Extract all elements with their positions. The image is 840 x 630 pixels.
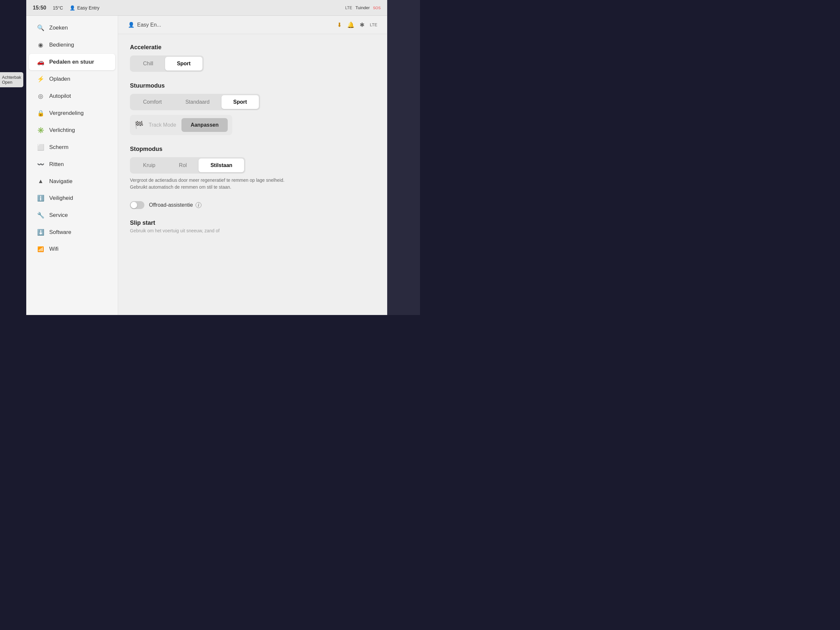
light-icon: ✳️ <box>37 127 45 134</box>
sidebar-label-service: Service <box>49 212 68 218</box>
screen-icon: ⬜ <box>37 144 45 151</box>
sidebar-item-bediening[interactable]: ◉ Bediening <box>29 37 115 53</box>
sidebar-label-opladen: Opladen <box>49 76 70 82</box>
profile-icon: 👤 <box>69 5 75 11</box>
status-bar: 15:50 15°C 👤 Easy Entry LTE Tuinder SOS <box>26 0 387 16</box>
offroad-section: Offroad-assistentie i <box>130 201 375 209</box>
offroad-label: Offroad-assistentie i <box>149 202 202 208</box>
acceleratie-chill-btn[interactable]: Chill <box>131 57 165 71</box>
trips-icon: 〰️ <box>37 161 45 168</box>
sidebar-label-wifi: Wifi <box>49 246 58 252</box>
offroad-toggle-row: Offroad-assistentie i <box>130 201 375 209</box>
tesla-screen: 15:50 15°C 👤 Easy Entry LTE Tuinder SOS … <box>26 0 387 315</box>
stopmodus-section: Stopmodus Kruip Rol Stilstaan Vergroot d… <box>130 146 375 191</box>
sidebar-label-bediening: Bediening <box>49 42 74 48</box>
download-icon: ⬇️ <box>37 229 45 236</box>
sidebar-label-vergrendeling: Vergrendeling <box>49 110 84 117</box>
trunk-label: Achterbak <box>2 75 21 80</box>
sidebar-label-pedalen: Pedalen en stuur <box>49 59 94 65</box>
slip-section: Slip start Gebruik om het voertuig uit s… <box>130 219 375 234</box>
sidebar-item-scherm[interactable]: ⬜ Scherm <box>29 139 115 156</box>
stopmodus-rol-btn[interactable]: Rol <box>167 158 199 172</box>
sidebar: 🔍 Zoeken ◉ Bediening 🚗 Pedalen en stuur … <box>26 16 118 315</box>
content-panel: 👤 Easy En... ⬇ 🔔 ✱ LTE Acceleratie Chill <box>118 16 387 315</box>
track-mode-row: 🏁 Track Mode Aanpassen <box>130 115 232 135</box>
sidebar-item-opladen[interactable]: ⚡ Opladen <box>29 71 115 87</box>
lightning-icon: ⚡ <box>37 76 45 83</box>
wrench-icon: 🔧 <box>37 212 45 219</box>
status-time: 15:50 <box>33 5 46 11</box>
stopmodus-title: Stopmodus <box>130 146 375 153</box>
header-bluetooth-icon[interactable]: ✱ <box>360 21 365 28</box>
slip-description: Gebruik om het voertuig uit sneeuw, zand… <box>130 228 287 234</box>
sidebar-label-ritten: Ritten <box>49 161 64 168</box>
stopmodus-btn-group: Kruip Rol Stilstaan <box>130 157 245 174</box>
track-flag-icon: 🏁 <box>134 121 144 129</box>
sidebar-item-autopilot[interactable]: ◎ Autopilot <box>29 88 115 104</box>
sidebar-item-software[interactable]: ⬇️ Software <box>29 224 115 240</box>
content-body: Acceleratie Chill Sport Stuurmodus Comfo… <box>118 34 387 255</box>
safety-icon: ℹ️ <box>37 194 45 202</box>
bediening-icon: ◉ <box>37 41 45 49</box>
stuurmodus-btn-group: Comfort Standaard Sport <box>130 94 260 110</box>
status-temp: 15°C <box>53 5 63 11</box>
sidebar-item-zoeken[interactable]: 🔍 Zoeken <box>29 20 115 36</box>
nav-icon: ▲ <box>37 178 45 185</box>
sidebar-label-verlichting: Verlichting <box>49 127 75 134</box>
status-profile: 👤 Easy Entry <box>69 5 99 11</box>
header-icons: ⬇ 🔔 ✱ LTE <box>337 21 377 28</box>
acceleratie-title: Acceleratie <box>130 44 375 51</box>
content-profile-icon: 👤 <box>128 22 134 28</box>
trunk-status: Open <box>2 80 21 85</box>
track-mode-label: Track Mode <box>148 122 176 128</box>
autopilot-icon: ◎ <box>37 93 45 100</box>
aanpassen-button[interactable]: Aanpassen <box>182 118 228 132</box>
sos-indicator: SOS <box>373 6 381 10</box>
stopmodus-stilstaan-btn[interactable]: Stilstaan <box>199 158 244 172</box>
sidebar-item-verlichting[interactable]: ✳️ Verlichting <box>29 122 115 139</box>
car-icon: 🚗 <box>37 58 45 66</box>
acceleratie-section: Acceleratie Chill Sport <box>130 44 375 72</box>
sidebar-item-vergrendeling[interactable]: 🔒 Vergrendeling <box>29 105 115 122</box>
stuurmodus-comfort-btn[interactable]: Comfort <box>131 95 174 109</box>
lte-indicator: LTE <box>345 6 352 10</box>
sidebar-item-ritten[interactable]: 〰️ Ritten <box>29 156 115 172</box>
acceleratie-sport-btn[interactable]: Sport <box>165 57 202 71</box>
content-header: 👤 Easy En... ⬇ 🔔 ✱ LTE <box>118 16 387 34</box>
header-lte-icon: LTE <box>370 22 377 27</box>
content-profile: 👤 Easy En... <box>128 22 161 28</box>
stuurmodus-sport-btn[interactable]: Sport <box>221 95 259 109</box>
sidebar-item-wifi[interactable]: 📶 Wifi <box>29 241 115 257</box>
offroad-toggle[interactable] <box>130 201 144 209</box>
sidebar-item-service[interactable]: 🔧 Service <box>29 207 115 223</box>
sidebar-label-software: Software <box>49 229 71 235</box>
stuurmodus-section: Stuurmodus Comfort Standaard Sport 🏁 Tra… <box>130 82 375 135</box>
wifi-icon: 📶 <box>37 246 45 252</box>
search-icon: 🔍 <box>37 24 45 32</box>
status-right-icons: LTE Tuinder SOS <box>345 5 381 10</box>
sidebar-item-navigatie[interactable]: ▲ Navigatie <box>29 173 115 189</box>
lock-icon: 🔒 <box>37 110 45 117</box>
sidebar-item-veiligheid[interactable]: ℹ️ Veiligheid <box>29 190 115 206</box>
sidebar-label-scherm: Scherm <box>49 144 69 151</box>
stuurmodus-standaard-btn[interactable]: Standaard <box>174 95 221 109</box>
sidebar-label-zoeken: Zoeken <box>49 25 68 31</box>
header-bell-icon[interactable]: 🔔 <box>347 21 354 28</box>
stopmodus-description: Vergroot de actieradius door meer regene… <box>130 177 287 191</box>
header-download-icon[interactable]: ⬇ <box>337 21 342 28</box>
stuurmodus-title: Stuurmodus <box>130 82 375 89</box>
sidebar-label-navigatie: Navigatie <box>49 178 73 185</box>
acceleratie-btn-group: Chill Sport <box>130 55 204 72</box>
main-area: 🔍 Zoeken ◉ Bediening 🚗 Pedalen en stuur … <box>26 16 387 315</box>
offroad-info-icon[interactable]: i <box>196 202 202 208</box>
sidebar-label-veiligheid: Veiligheid <box>49 195 73 202</box>
slip-title: Slip start <box>130 219 375 226</box>
carrier-name: Tuinder <box>355 5 370 10</box>
content-profile-name: Easy En... <box>137 22 161 28</box>
sidebar-item-pedalen[interactable]: 🚗 Pedalen en stuur <box>29 54 115 70</box>
car-trunk-status: Achterbak Open <box>0 72 23 87</box>
sidebar-label-autopilot: Autopilot <box>49 93 71 99</box>
stopmodus-kruip-btn[interactable]: Kruip <box>131 158 167 172</box>
